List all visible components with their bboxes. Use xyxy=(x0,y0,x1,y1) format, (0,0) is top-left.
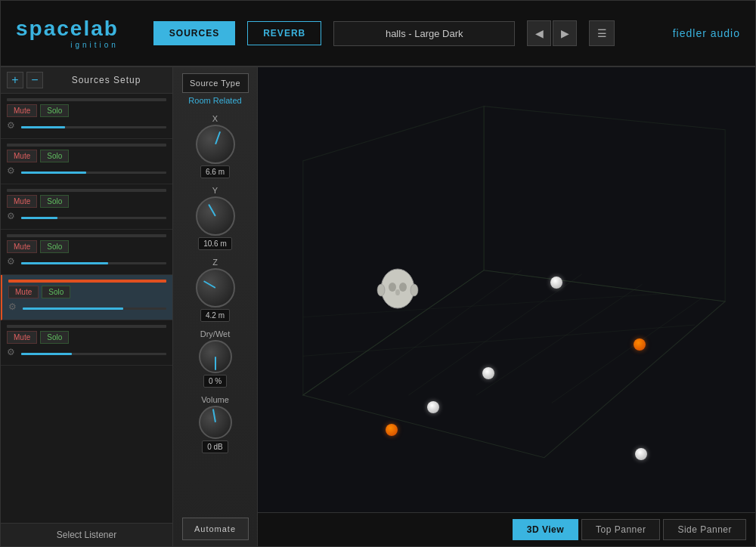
select-listener-button[interactable]: Select Listener xyxy=(1,523,172,546)
source-item-2[interactable]: Mute Solo ⚙ xyxy=(1,139,172,184)
svg-point-10 xyxy=(389,283,396,292)
gear-icon-5[interactable]: ⚙ xyxy=(8,301,17,312)
source-controls-1: Mute Solo xyxy=(7,104,166,117)
volume-label: Volume xyxy=(201,395,229,404)
source-dot-5[interactable] xyxy=(634,338,646,351)
sources-header: + − Sources Setup xyxy=(1,67,172,94)
source-item-5[interactable]: Mute Solo ⚙ xyxy=(1,275,172,320)
solo-button-6[interactable]: Solo xyxy=(40,331,69,344)
tab-3d-view[interactable]: 3D View xyxy=(513,519,578,540)
source-controls-2: Mute Solo xyxy=(7,150,166,162)
room-related-label: Room Related xyxy=(188,94,241,110)
sources-title: Sources Setup xyxy=(46,75,166,85)
gear-icon-1[interactable]: ⚙ xyxy=(7,120,15,131)
svg-point-14 xyxy=(411,284,418,296)
mute-button-5[interactable]: Mute xyxy=(8,286,39,298)
source-controls-5: Mute Solo xyxy=(8,286,166,298)
z-value: 4.2 m xyxy=(200,309,230,322)
x-knob[interactable] xyxy=(196,125,235,164)
mute-button-6[interactable]: Mute xyxy=(7,331,37,344)
prev-preset-button[interactable]: ◀ xyxy=(527,20,551,46)
volume-knob[interactable] xyxy=(199,406,232,439)
source-gear-row-5: ⚙ xyxy=(8,301,166,312)
svg-line-6 xyxy=(408,274,581,395)
automate-button[interactable]: Automate xyxy=(182,518,249,540)
y-label: Y xyxy=(212,186,218,195)
gear-icon-6[interactable]: ⚙ xyxy=(7,347,15,357)
source-item-3[interactable]: Mute Solo ⚙ xyxy=(1,184,172,230)
svg-line-7 xyxy=(476,284,642,395)
mute-button-2[interactable]: Mute xyxy=(7,150,37,162)
source-strip-6 xyxy=(7,325,166,328)
svg-point-11 xyxy=(399,283,407,292)
source-dot-2[interactable] xyxy=(482,367,494,379)
z-knob-section: Z 4.2 m xyxy=(173,255,257,325)
menu-button[interactable]: ☰ xyxy=(589,20,615,46)
svg-point-9 xyxy=(381,269,414,308)
source-strip-3 xyxy=(7,189,166,192)
room-svg xyxy=(258,67,755,512)
solo-button-1[interactable]: Solo xyxy=(40,104,69,117)
source-type-button[interactable]: Source Type xyxy=(182,73,249,93)
source-strip-1 xyxy=(7,98,166,101)
z-knob[interactable] xyxy=(196,268,235,307)
preset-arrows: ◀ ▶ xyxy=(527,20,577,46)
z-label: Z xyxy=(212,258,218,267)
controls-panel: Source Type Room Related X 6.6 m Y 10.6 … xyxy=(173,67,258,546)
solo-button-5[interactable]: Solo xyxy=(42,286,70,298)
source-item-1[interactable]: Mute Solo ⚙ xyxy=(1,94,172,139)
drywet-label: Dry/Wet xyxy=(200,329,231,338)
source-gear-row-3: ⚙ xyxy=(7,211,166,221)
source-strip-2 xyxy=(7,144,166,147)
reverb-nav-button[interactable]: REVERB xyxy=(247,21,321,45)
gear-icon-3[interactable]: ⚙ xyxy=(7,211,15,221)
top-bar: spacelab ignition SOURCES REVERB halls -… xyxy=(1,1,755,67)
source-item-4[interactable]: Mute Solo ⚙ xyxy=(1,230,172,275)
listener-head[interactable] xyxy=(376,266,420,322)
source-gear-row-2: ⚙ xyxy=(7,165,166,176)
source-fader-5[interactable] xyxy=(23,307,166,310)
remove-source-button[interactable]: − xyxy=(26,72,43,88)
next-preset-button[interactable]: ▶ xyxy=(553,20,577,46)
view-bottom-bar: 3D View Top Panner Side Panner xyxy=(258,512,755,546)
source-gear-row-6: ⚙ xyxy=(7,347,166,357)
volume-knob-section: Volume 0 dB xyxy=(173,392,257,456)
source-dot-4[interactable] xyxy=(635,448,647,460)
gear-icon-2[interactable]: ⚙ xyxy=(7,165,15,176)
source-fader-2[interactable] xyxy=(21,172,166,174)
source-dot-1[interactable] xyxy=(550,277,562,289)
source-fader-1[interactable] xyxy=(21,126,166,128)
y-knob[interactable] xyxy=(196,196,235,236)
logo: spacelab ignition xyxy=(16,18,119,49)
mute-button-4[interactable]: Mute xyxy=(7,240,37,253)
solo-button-3[interactable]: Solo xyxy=(40,195,69,208)
app-container: spacelab ignition SOURCES REVERB halls -… xyxy=(0,0,756,547)
solo-button-2[interactable]: Solo xyxy=(40,150,69,162)
drywet-knob-section: Dry/Wet 0 % xyxy=(173,326,257,391)
main-content: + − Sources Setup Mute Solo ⚙ Mute Solo xyxy=(1,67,755,546)
y-value: 10.6 m xyxy=(198,237,232,250)
source-fader-3[interactable] xyxy=(21,217,166,219)
source-dot-6[interactable] xyxy=(386,424,398,436)
mute-button-3[interactable]: Mute xyxy=(7,195,37,208)
sources-nav-button[interactable]: SOURCES xyxy=(153,21,235,45)
source-fader-6[interactable] xyxy=(21,353,166,355)
add-source-button[interactable]: + xyxy=(7,72,23,88)
gear-icon-4[interactable]: ⚙ xyxy=(7,256,15,267)
drywet-value: 0 % xyxy=(203,375,227,388)
svg-point-13 xyxy=(377,284,385,296)
svg-line-8 xyxy=(552,298,702,403)
preset-display: halls - Large Dark xyxy=(333,21,515,46)
mute-button-1[interactable]: Mute xyxy=(7,104,37,117)
tab-side-panner[interactable]: Side Panner xyxy=(663,519,746,540)
solo-button-4[interactable]: Solo xyxy=(40,240,69,253)
tab-top-panner[interactable]: Top Panner xyxy=(581,519,660,540)
source-fader-4[interactable] xyxy=(21,262,166,264)
view-container xyxy=(258,67,755,512)
source-list: Mute Solo ⚙ Mute Solo ⚙ xyxy=(1,94,172,366)
drywet-knob[interactable] xyxy=(199,340,232,373)
source-item-6[interactable]: Mute Solo ⚙ xyxy=(1,320,172,366)
logo-spacelab: spacelab xyxy=(16,18,119,39)
source-dot-3[interactable] xyxy=(427,401,439,413)
x-value: 6.6 m xyxy=(200,165,230,178)
